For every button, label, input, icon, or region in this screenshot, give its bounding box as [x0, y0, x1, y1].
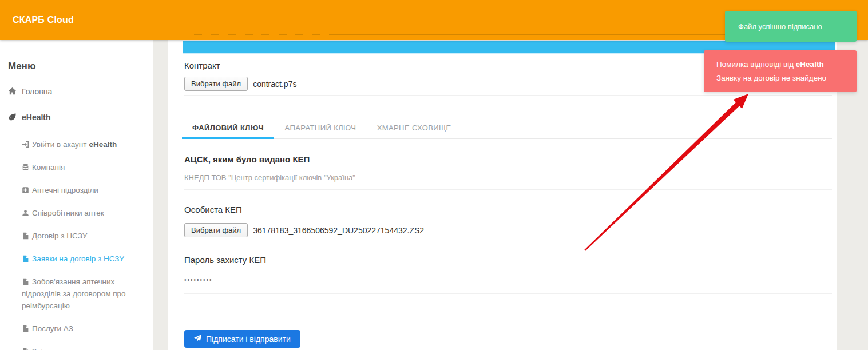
database-icon [22, 163, 29, 172]
sidebar-item-ehealth[interactable]: eHealth [8, 113, 147, 122]
toast-error-line2: Заявку на договір не знайдено [716, 71, 857, 85]
toast-success-message: Файл успішно підписано [738, 22, 822, 31]
sidebar-item-prescription-report[interactable]: Звіт по рецептам [8, 345, 147, 350]
toast-success[interactable]: Файл успішно підписано [725, 11, 857, 42]
app-title: СКАРБ Cloud [13, 15, 74, 25]
divider [184, 189, 832, 190]
file-icon [22, 277, 29, 286]
personal-kep-file-row: Вибрати файл 36178183_3166506592_DU25022… [184, 223, 832, 237]
personal-kep-filename: 36178183_3166506592_DU250227154432.ZS2 [253, 226, 424, 235]
acsk-value: КНЕДП ТОВ "Центр сертифікації ключів "Ук… [184, 173, 832, 182]
personal-kep-choose-file-button[interactable]: Вибрати файл [184, 223, 248, 237]
personal-kep-label: Особиста КЕП [184, 205, 832, 214]
sidebar-item-nszu-contract-requests[interactable]: Заявки на договір з НСЗУ [8, 253, 147, 265]
tab-cloud-storage[interactable]: ХМАРНЕ СХОВИЩЕ [367, 120, 462, 139]
sidebar: Меню Головна eHealth Увійти в акаунтeHea… [0, 40, 153, 350]
contract-choose-file-button[interactable]: Вибрати файл [184, 77, 248, 91]
sign-in-icon [22, 140, 29, 149]
sidebar-item-pharmacy-units[interactable]: Аптечні підрозділи [8, 184, 147, 196]
password-masked-input[interactable]: ••••••••• [184, 277, 832, 283]
key-type-tabs: ФАЙЛОВИЙ КЛЮЧ АПАРАТНИЙ КЛЮЧ ХМАРНЕ СХОВ… [184, 120, 832, 139]
file-icon [22, 232, 29, 240]
sidebar-item-nszu-contract[interactable]: Договір з НСЗУ [8, 230, 147, 242]
plus-square-icon [22, 186, 29, 194]
sidebar-item-home[interactable]: Головна [8, 87, 147, 97]
tab-file-key[interactable]: ФАЙЛОВИЙ КЛЮЧ [182, 120, 274, 139]
password-label: Пароль захисту КЕП [184, 255, 832, 265]
home-icon [8, 87, 17, 96]
paper-plane-icon [194, 335, 201, 344]
sidebar-menu-title: Меню [8, 61, 35, 72]
contract-filename: contract.p7s [253, 79, 296, 89]
divider [184, 95, 832, 96]
file-icon [22, 254, 29, 263]
sidebar-item-az-services[interactable]: Послуги АЗ [8, 323, 147, 335]
toast-error-line1: Помилка відповіді від eHealth [716, 58, 857, 71]
sidebar-item-company[interactable]: Компанія [8, 161, 147, 173]
sidebar-item-pharmacy-staff[interactable]: Співробітники аптек [8, 207, 147, 219]
file-icon [22, 347, 29, 350]
acsk-heading: АЦСК, яким було видано КЕП [184, 154, 832, 164]
leaf-icon [8, 113, 17, 122]
divider [184, 293, 832, 294]
tab-hardware-key[interactable]: АПАРАТНИЙ КЛЮЧ [275, 120, 367, 139]
sign-and-send-button[interactable]: Підписати і відправити [184, 330, 300, 348]
user-icon [22, 209, 29, 217]
sidebar-item-login-ehealth[interactable]: Увійти в акаунтeHealth [8, 138, 147, 150]
divider [184, 245, 832, 245]
toast-error[interactable]: Помилка відповіді від eHealth Заявку на … [704, 50, 857, 92]
sidebar-item-reimbursement-obligations[interactable]: Зобов'язання аптечних підрозділів за дог… [8, 276, 147, 312]
sidebar-nav: Головна eHealth Увійти в акаунтeHealth К… [0, 87, 153, 350]
file-icon [22, 324, 29, 333]
